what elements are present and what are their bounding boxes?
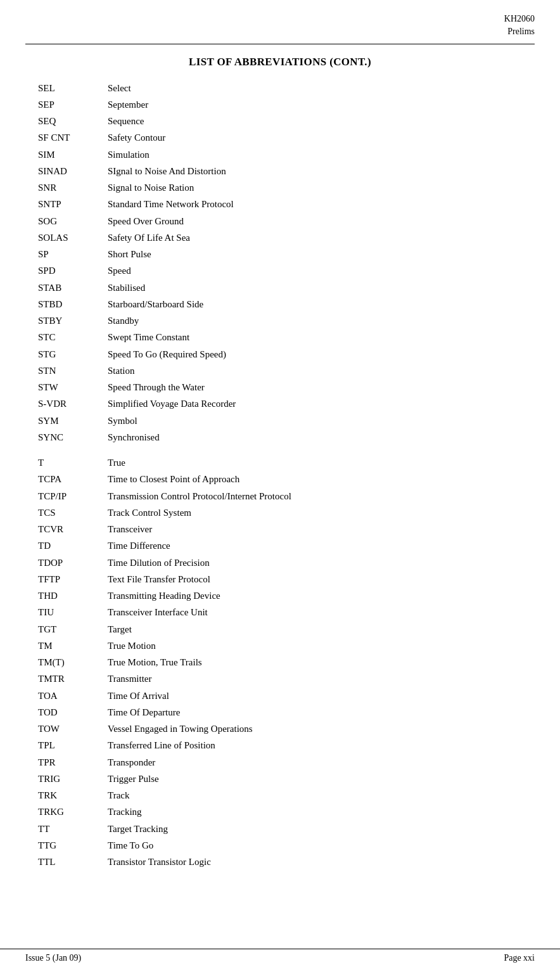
table-row: TDTime Difference	[38, 538, 547, 554]
definition-cell: Transmitting Heading Device	[108, 588, 547, 605]
table-row: TMTRTransmitter	[38, 671, 547, 688]
abbreviation-cell: TCP/IP	[38, 488, 108, 504]
definition-cell: True Motion	[108, 637, 547, 654]
table-row: TTLTransistor Transistor Logic	[38, 854, 547, 871]
table-row: SOGSpeed Over Ground	[38, 213, 547, 229]
table-row: THDTransmitting Heading Device	[38, 588, 547, 605]
definition-cell: Time Difference	[108, 538, 547, 554]
definition-cell: Simulation	[108, 146, 547, 163]
abbreviation-cell: SPD	[38, 263, 108, 279]
table-row: TDOPTime Dilution of Precision	[38, 554, 547, 571]
table-row: SELSelect	[38, 80, 547, 96]
abbreviation-cell: TFTP	[38, 571, 108, 587]
definition-cell: Time Of Arrival	[108, 688, 547, 704]
abbreviation-cell: TPR	[38, 754, 108, 771]
abbreviation-cell: STAB	[38, 279, 108, 296]
abbreviation-cell: TT	[38, 821, 108, 837]
table-row: TODTime Of Departure	[38, 704, 547, 720]
definition-cell: Signal to Noise Ration	[108, 180, 547, 196]
definition-cell: Standby	[108, 313, 547, 330]
definition-cell: Sequence	[108, 113, 547, 130]
definition-cell: Swept Time Constant	[108, 330, 547, 346]
definition-cell: Select	[108, 80, 547, 96]
definition-cell: Time Dilution of Precision	[108, 554, 547, 571]
abbreviation-cell: STG	[38, 346, 108, 362]
abbreviation-cell: TOW	[38, 721, 108, 738]
abbreviation-cell: SYM	[38, 413, 108, 429]
table-row: SNRSignal to Noise Ration	[38, 180, 547, 196]
abbreviations-section-2: TTrueTCPATime to Closest Point of Approa…	[38, 455, 547, 871]
abbreviation-cell: SNTP	[38, 196, 108, 213]
table-row: TFTPText File Transfer Protocol	[38, 571, 547, 587]
definition-cell: Speed To Go (Required Speed)	[108, 346, 547, 362]
definition-cell: Transmission Control Protocol/Internet P…	[108, 488, 547, 504]
abbreviation-cell: TRKG	[38, 804, 108, 821]
page-title: LIST OF ABBREVIATIONS (CONT.)	[25, 56, 535, 68]
definition-cell: Transistor Transistor Logic	[108, 854, 547, 871]
header-line2: Prelims	[25, 25, 535, 38]
table-row: TCVRTransceiver	[38, 522, 547, 538]
definition-cell: Transmitter	[108, 671, 547, 688]
table-row: STNStation	[38, 362, 547, 379]
section-gap	[25, 446, 535, 455]
abbreviation-cell: TOA	[38, 688, 108, 704]
table-row: TOWVessel Engaged in Towing Operations	[38, 721, 547, 738]
definition-cell: Synchronised	[108, 429, 547, 445]
table-row: STBDStarboard/Starboard Side	[38, 296, 547, 312]
footer-left: Issue 5 (Jan 09)	[25, 953, 81, 963]
table-row: TTrue	[38, 455, 547, 471]
abbreviation-cell: TTG	[38, 837, 108, 854]
abbreviation-cell: SINAD	[38, 163, 108, 179]
definition-cell: Text File Transfer Protocol	[108, 571, 547, 587]
abbreviation-cell: TCPA	[38, 471, 108, 488]
table-row: TGTTarget	[38, 621, 547, 637]
abbreviation-cell: TCS	[38, 504, 108, 521]
abbreviation-cell: STN	[38, 362, 108, 379]
definition-cell: SIgnal to Noise And Distortion	[108, 163, 547, 179]
abbreviation-cell: TOD	[38, 704, 108, 720]
table-row: TCPATime to Closest Point of Approach	[38, 471, 547, 488]
abbreviation-cell: TRK	[38, 788, 108, 804]
abbreviation-cell: STBD	[38, 296, 108, 312]
definition-cell: Transponder	[108, 754, 547, 771]
table-row: SEPSeptember	[38, 96, 547, 113]
definition-cell: Time To Go	[108, 837, 547, 854]
definition-cell: Stabilised	[108, 279, 547, 296]
abbreviation-cell: TMTR	[38, 671, 108, 688]
abbreviation-cell: STW	[38, 380, 108, 396]
table-row: TCSTrack Control System	[38, 504, 547, 521]
top-right-header: KH2060 Prelims	[25, 13, 535, 37]
footer-right: Page xxi	[504, 953, 535, 963]
table-row: TTGTime To Go	[38, 837, 547, 854]
table-row: SEQSequence	[38, 113, 547, 130]
abbreviation-cell: S-VDR	[38, 396, 108, 413]
table-row: TOATime Of Arrival	[38, 688, 547, 704]
abbreviation-cell: TTL	[38, 854, 108, 871]
abbreviation-cell: TM	[38, 637, 108, 654]
definition-cell: Symbol	[108, 413, 547, 429]
abbreviation-cell: TIU	[38, 605, 108, 621]
definition-cell: Standard Time Network Protocol	[108, 196, 547, 213]
table-row: SPDSpeed	[38, 263, 547, 279]
definition-cell: True	[108, 455, 547, 471]
definition-cell: Time to Closest Point of Approach	[108, 471, 547, 488]
definition-cell: Target Tracking	[108, 821, 547, 837]
definition-cell: Transceiver	[108, 522, 547, 538]
abbreviation-cell: SF CNT	[38, 130, 108, 146]
table-row: SPShort Pulse	[38, 247, 547, 263]
abbreviation-cell: STC	[38, 330, 108, 346]
abbreviation-cell: TPL	[38, 738, 108, 754]
table-row: STGSpeed To Go (Required Speed)	[38, 346, 547, 362]
definition-cell: September	[108, 96, 547, 113]
abbreviation-cell: T	[38, 455, 108, 471]
definition-cell: Speed Through the Water	[108, 380, 547, 396]
table-row: TIUTransceiver Interface Unit	[38, 605, 547, 621]
abbreviation-cell: SEQ	[38, 113, 108, 130]
abbreviation-cell: SP	[38, 247, 108, 263]
abbreviation-cell: SNR	[38, 180, 108, 196]
table-row: STABStabilised	[38, 279, 547, 296]
abbreviation-cell: TRIG	[38, 771, 108, 787]
definition-cell: Station	[108, 362, 547, 379]
abbreviations-section-1: SELSelectSEPSeptemberSEQSequenceSF CNTSa…	[38, 80, 547, 446]
table-row: SF CNTSafety Contour	[38, 130, 547, 146]
